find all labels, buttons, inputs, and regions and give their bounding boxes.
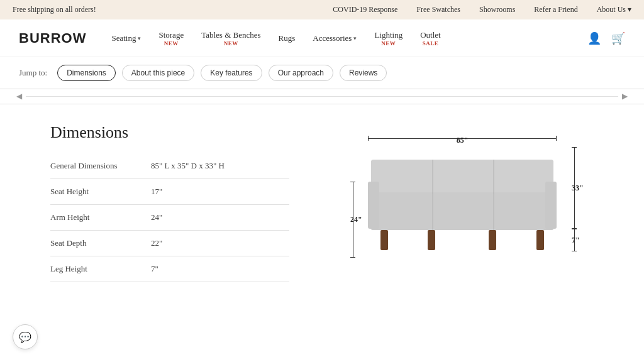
chat-button[interactable]: 💬 (13, 324, 38, 349)
announcement-message: Free shipping on all orders! (13, 5, 96, 14)
header: BURROW Seating▾StorageNEWTables & Benche… (0, 19, 644, 57)
svg-rect-12 (536, 230, 544, 250)
dim-label: Leg Height (50, 264, 151, 274)
chat-icon: 💬 (19, 331, 31, 343)
dimensions-title: Dimensions (50, 123, 289, 142)
svg-rect-9 (380, 230, 388, 250)
svg-rect-7 (368, 182, 379, 229)
dim-label: Seat Depth (50, 238, 151, 248)
nav-item-accessories[interactable]: Accessories▾ (313, 33, 357, 43)
arm-label: 24" (350, 215, 362, 224)
nav-label: Lighting (374, 30, 402, 40)
dim-row: Seat Height17" (50, 179, 289, 205)
nav-item-tables---benches[interactable]: Tables & BenchesNEW (201, 30, 260, 47)
jump-pill-reviews[interactable]: Reviews (340, 65, 387, 81)
width-label: 85" (457, 136, 469, 145)
scroll-indicator: ◀ ▶ (0, 89, 644, 104)
dim-value: 17" (151, 187, 162, 197)
sofa-diagram-container: 85" (314, 123, 619, 299)
account-icon[interactable]: 👤 (587, 31, 601, 45)
height-label: 33" (572, 184, 584, 193)
dimensions-table: General Dimensions85" L x 35" D x 33" HS… (50, 161, 289, 282)
svg-rect-1 (371, 160, 553, 194)
chevron-down-icon: ▾ (353, 35, 357, 41)
dim-value: 7" (151, 264, 158, 274)
announcement-link[interactable]: Refer a Friend (534, 5, 577, 14)
announcement-link[interactable]: COVID-19 Response (333, 5, 397, 14)
nav-item-lighting[interactable]: LightingNEW (374, 30, 402, 47)
nav-label: Seating (111, 33, 136, 43)
dim-row: Seat Depth22" (50, 231, 289, 256)
main-content: Dimensions General Dimensions85" L x 35"… (0, 104, 644, 318)
announcement-link[interactable]: About Us ▾ (597, 5, 631, 14)
announcement-links: COVID-19 ResponseFree SwatchesShowroomsR… (333, 5, 631, 14)
main-nav: Seating▾StorageNEWTables & BenchesNEWRug… (111, 30, 587, 47)
nav-label: Accessories (313, 33, 352, 43)
dim-label: Seat Height (50, 187, 151, 197)
header-icons: 👤 🛒 (587, 31, 625, 45)
dim-label: Arm Height (50, 212, 151, 222)
jump-pill-about-this-piece[interactable]: About this piece (122, 65, 194, 81)
scroll-left-arrow[interactable]: ◀ (13, 92, 26, 101)
sofa-diagram: 85" (350, 136, 577, 287)
svg-rect-8 (545, 182, 557, 229)
nav-label: Outlet (420, 30, 441, 40)
nav-label: Rugs (279, 33, 296, 43)
jump-pill-key-features[interactable]: Key features (201, 65, 262, 81)
dim-label: General Dimensions (50, 161, 151, 171)
announcement-link[interactable]: Free Swatches (416, 5, 460, 14)
dimensions-section: Dimensions General Dimensions85" L x 35"… (50, 123, 289, 299)
nav-badge: NEW (381, 40, 396, 47)
svg-rect-10 (428, 230, 435, 250)
svg-rect-11 (489, 230, 496, 250)
announcement-bar: Free shipping on all orders! COVID-19 Re… (0, 0, 644, 19)
nav-item-storage[interactable]: StorageNEW (158, 30, 184, 47)
nav-item-outlet[interactable]: OutletSALE (420, 30, 441, 47)
dim-row: Arm Height24" (50, 205, 289, 231)
scroll-right-arrow[interactable]: ▶ (618, 92, 631, 101)
jump-pill-our-approach[interactable]: Our approach (269, 65, 333, 81)
nav-item-seating[interactable]: Seating▾ (111, 33, 141, 43)
leg-label: 7" (572, 236, 580, 245)
jump-pill-dimensions[interactable]: Dimensions (57, 65, 116, 81)
chevron-down-icon: ▾ (138, 35, 141, 41)
dim-value: 85" L x 35" D x 33" H (151, 161, 225, 171)
sofa-svg (368, 147, 557, 257)
jump-bar: Jump to: DimensionsAbout this pieceKey f… (0, 57, 644, 89)
scroll-line (26, 96, 618, 97)
dim-value: 24" (151, 212, 162, 222)
nav-badge: NEW (224, 40, 238, 47)
dim-row: Leg Height7" (50, 256, 289, 282)
dim-row: General Dimensions85" L x 35" D x 33" H (50, 161, 289, 179)
dim-value: 22" (151, 238, 162, 248)
nav-item-rugs[interactable]: Rugs (279, 33, 296, 43)
svg-rect-2 (371, 192, 553, 230)
nav-label: Tables & Benches (201, 30, 260, 40)
logo[interactable]: BURROW (19, 30, 86, 47)
nav-label: Storage (158, 30, 184, 40)
jump-label: Jump to: (19, 68, 47, 78)
cart-icon[interactable]: 🛒 (611, 31, 625, 45)
nav-badge: SALE (423, 40, 439, 47)
nav-badge: NEW (164, 40, 179, 47)
announcement-link[interactable]: Showrooms (479, 5, 515, 14)
